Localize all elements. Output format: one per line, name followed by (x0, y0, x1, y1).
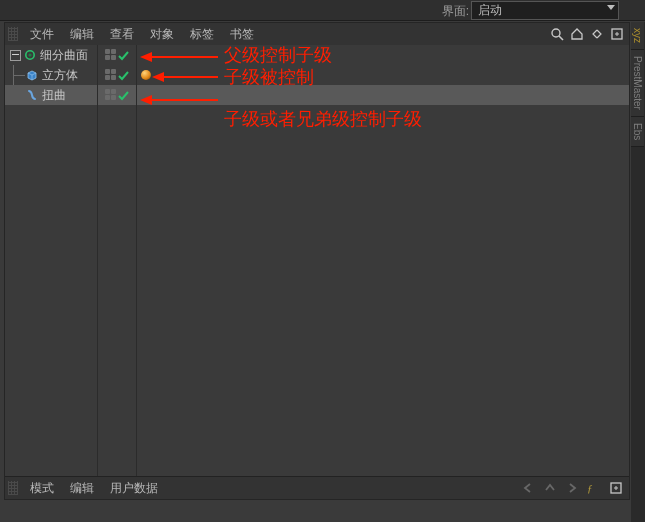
dock-tab[interactable]: PrestMaster (631, 50, 644, 117)
svg-point-6 (28, 53, 31, 56)
tree-row-twist[interactable]: 扭曲 (5, 85, 97, 105)
expander-icon[interactable] (10, 50, 21, 61)
subdivision-icon (23, 48, 37, 62)
pin-icon[interactable] (607, 479, 625, 497)
layout-dropdown-value: 启动 (478, 2, 502, 19)
tag-row[interactable] (137, 85, 629, 105)
svg-point-0 (552, 29, 560, 37)
visibility-dots-icon[interactable] (105, 89, 117, 101)
tree-item-label: 细分曲面 (40, 47, 88, 64)
menu-object[interactable]: 对象 (142, 23, 182, 45)
right-dock: xyz PrestMaster Ebs (631, 22, 645, 522)
tree-item-label: 扭曲 (42, 87, 66, 104)
menu-view[interactable]: 查看 (102, 23, 142, 45)
enable-check-icon[interactable] (118, 50, 129, 61)
visibility-column (98, 45, 137, 477)
phong-tag-icon[interactable] (141, 70, 151, 80)
grip-icon[interactable] (8, 481, 18, 495)
tag-row[interactable] (137, 45, 629, 65)
menu-mode[interactable]: 模式 (22, 477, 62, 499)
visibility-dots-icon[interactable] (105, 69, 117, 81)
menu-tags[interactable]: 标签 (182, 23, 222, 45)
layout-label: 界面: (442, 3, 469, 20)
svg-line-1 (559, 36, 563, 40)
menu-bookmark[interactable]: 书签 (222, 23, 262, 45)
cube-icon (25, 68, 39, 82)
visibility-dots-icon[interactable] (105, 49, 117, 61)
expand-icon[interactable] (589, 26, 605, 42)
twist-icon (25, 88, 39, 102)
arrow-left-icon[interactable] (519, 479, 537, 497)
top-strip: 界面: 启动 (0, 0, 645, 21)
grip-icon[interactable] (8, 27, 18, 41)
object-manager-body: 细分曲面 立方体 (5, 45, 629, 477)
tree-column: 细分曲面 立方体 (5, 45, 98, 477)
dock-tab[interactable]: Ebs (631, 117, 644, 147)
tag-column[interactable] (137, 45, 629, 477)
search-icon[interactable] (549, 26, 565, 42)
enable-check-icon[interactable] (118, 70, 129, 81)
vis-cell[interactable] (98, 85, 136, 105)
vis-cell[interactable] (98, 45, 136, 65)
arrow-up-icon[interactable] (541, 479, 559, 497)
pin-icon[interactable] (609, 26, 625, 42)
menu-edit[interactable]: 编辑 (62, 23, 102, 45)
object-manager-menubar: 文件 编辑 查看 对象 标签 书签 (5, 23, 629, 46)
svg-text:ƒ: ƒ (587, 482, 593, 494)
chevron-down-icon (607, 5, 615, 10)
tag-row[interactable] (137, 65, 629, 85)
vis-cell[interactable] (98, 65, 136, 85)
layout-dropdown[interactable]: 启动 (471, 1, 619, 20)
menu-edit[interactable]: 编辑 (62, 477, 102, 499)
function-icon[interactable]: ƒ (585, 479, 603, 497)
menu-file[interactable]: 文件 (22, 23, 62, 45)
tree-row-cube[interactable]: 立方体 (5, 65, 97, 85)
object-manager-panel: 文件 编辑 查看 对象 标签 书签 (4, 22, 630, 500)
attribute-manager-menubar: 模式 编辑 用户数据 ƒ (5, 476, 629, 499)
home-icon[interactable] (569, 26, 585, 42)
dock-tab[interactable]: xyz (631, 22, 644, 50)
menu-userdata[interactable]: 用户数据 (102, 477, 166, 499)
arrow-right-icon[interactable] (563, 479, 581, 497)
enable-check-icon[interactable] (118, 90, 129, 101)
tree-row-subdivision[interactable]: 细分曲面 (5, 45, 97, 65)
tree-item-label: 立方体 (42, 67, 78, 84)
